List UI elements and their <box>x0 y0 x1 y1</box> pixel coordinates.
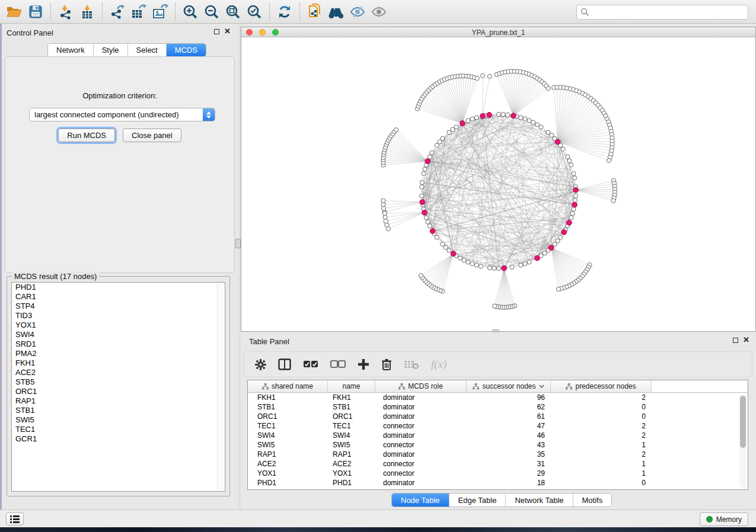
graph-hub-node[interactable] <box>430 229 435 234</box>
graph-node[interactable] <box>382 211 387 215</box>
mcds-result-item[interactable]: STB1 <box>12 406 225 415</box>
mcds-result-item[interactable]: RAP1 <box>12 396 225 406</box>
graph-node[interactable] <box>458 256 462 260</box>
table-cell[interactable]: ORC1 <box>248 412 328 421</box>
graph-hub-node[interactable] <box>548 245 554 251</box>
table-cell[interactable]: 29 <box>467 469 551 478</box>
table-row[interactable]: SWI4SWI4dominator462 <box>248 431 748 440</box>
graph-node[interactable] <box>496 112 500 116</box>
run-mcds-button[interactable]: Run MCDS <box>58 129 115 142</box>
graph-node[interactable] <box>454 125 458 129</box>
graph-node[interactable] <box>474 263 479 267</box>
mcds-result-item[interactable]: SWI4 <box>12 330 225 339</box>
graph-node[interactable] <box>479 264 483 268</box>
table-cell[interactable]: YOX1 <box>248 469 328 478</box>
mcds-result-item[interactable]: FKH1 <box>12 358 225 368</box>
graph-node[interactable] <box>487 74 492 78</box>
network-canvas[interactable] <box>241 37 755 331</box>
graph-node[interactable] <box>466 118 470 123</box>
column-header-mcds-role[interactable]: MCDS role <box>375 380 467 392</box>
table-cell[interactable]: 0 <box>551 412 652 421</box>
table-cell[interactable]: RAP1 <box>248 450 328 459</box>
table-cell[interactable]: STB1 <box>328 402 375 412</box>
float-window-icon[interactable] <box>733 338 738 343</box>
clone-network-button[interactable] <box>305 2 325 21</box>
graph-node[interactable] <box>470 262 474 266</box>
search-input[interactable] <box>592 7 744 17</box>
graph-node[interactable] <box>383 215 387 219</box>
close-panel-icon[interactable]: ✕ <box>743 336 749 344</box>
table-row[interactable]: TEC1TEC1connector472 <box>248 421 748 431</box>
table-scrollbar[interactable] <box>739 395 747 488</box>
export-network-button[interactable] <box>107 2 127 21</box>
graph-node[interactable] <box>420 194 424 198</box>
graph-node[interactable] <box>441 136 445 140</box>
table-cell[interactable]: 96 <box>467 393 551 402</box>
graph-node[interactable] <box>466 260 470 264</box>
graph-node[interactable] <box>531 120 535 124</box>
table-cell[interactable]: dominator <box>375 393 467 402</box>
table-cell[interactable]: ACE2 <box>328 459 375 469</box>
panels-menu-button[interactable] <box>6 512 24 525</box>
deselect-all-button[interactable] <box>330 360 346 368</box>
table-cell[interactable]: dominator <box>375 402 467 412</box>
graph-node[interactable] <box>426 220 430 224</box>
graph-node[interactable] <box>474 116 479 120</box>
import-network-button[interactable] <box>56 2 76 21</box>
table-cell[interactable]: dominator <box>375 412 467 421</box>
table-cell[interactable]: 46 <box>467 431 551 440</box>
table-cell[interactable]: dominator <box>375 478 467 488</box>
table-row[interactable]: FKH1FKH1dominator962 <box>248 393 748 402</box>
table-cell[interactable]: 18 <box>467 478 551 488</box>
graph-node[interactable] <box>462 258 466 262</box>
graph-hub-node[interactable] <box>460 121 465 126</box>
graph-hub-node[interactable] <box>572 202 578 207</box>
mcds-result-list[interactable]: PHD1CAR1STP4TID3YOX1SWI4SRD1PMA2FKH1ACE2… <box>11 282 225 492</box>
table-cell[interactable]: SWI5 <box>248 440 328 450</box>
graph-hub-node[interactable] <box>451 251 456 257</box>
table-row[interactable]: ORC1ORC1dominator610 <box>248 412 748 421</box>
graph-hub-node[interactable] <box>555 139 560 145</box>
graph-hub-node[interactable] <box>573 187 579 193</box>
column-header-name[interactable]: name <box>328 380 375 392</box>
graph-node[interactable] <box>569 163 573 167</box>
table-cell[interactable]: connector <box>375 421 467 431</box>
graph-node[interactable] <box>424 216 428 220</box>
tab-network[interactable]: Network <box>48 44 94 56</box>
table-cell[interactable]: connector <box>375 459 467 469</box>
graph-node[interactable] <box>572 176 576 180</box>
split-divider-grip[interactable] <box>235 239 241 248</box>
table-cell[interactable]: 47 <box>467 421 551 431</box>
table-cell[interactable]: TEC1 <box>248 421 328 431</box>
graph-node[interactable] <box>422 171 426 175</box>
graph-node[interactable] <box>384 219 388 223</box>
export-table-button[interactable] <box>129 2 149 21</box>
split-divider-grip-horizontal[interactable] <box>492 329 499 332</box>
close-panel-button[interactable]: Close panel <box>123 129 181 142</box>
graph-node[interactable] <box>572 171 576 175</box>
table-cell[interactable]: dominator <box>375 431 467 440</box>
graph-node[interactable] <box>556 287 560 291</box>
graph-node[interactable] <box>394 128 398 132</box>
graph-node[interactable] <box>611 198 615 203</box>
column-header-shared-name[interactable]: shared name <box>248 380 328 392</box>
float-window-icon[interactable] <box>214 29 219 34</box>
column-header-successor-nodes[interactable]: successor nodes <box>467 380 551 392</box>
table-cell[interactable]: FKH1 <box>248 393 328 402</box>
graph-node[interactable] <box>435 143 439 148</box>
graph-node[interactable] <box>561 147 565 151</box>
graph-node[interactable] <box>570 211 575 216</box>
mcds-result-item[interactable]: CAR1 <box>12 292 225 302</box>
table-cell[interactable]: PHD1 <box>328 478 375 488</box>
graph-node[interactable] <box>567 159 572 163</box>
criterion-dropdown[interactable]: largest connected component (undirected) <box>29 108 215 121</box>
table-row[interactable]: PHD1PHD1dominator180 <box>248 478 748 488</box>
graph-node[interactable] <box>559 235 563 239</box>
table-cell[interactable]: 1 <box>551 459 652 469</box>
table-row[interactable]: RAP1RAP1dominator352 <box>248 450 748 459</box>
export-image-button[interactable] <box>150 2 170 21</box>
close-panel-icon[interactable]: ✕ <box>224 27 231 36</box>
zoom-in-button[interactable] <box>180 2 200 21</box>
graph-node[interactable] <box>523 262 527 266</box>
graph-node[interactable] <box>519 116 523 120</box>
